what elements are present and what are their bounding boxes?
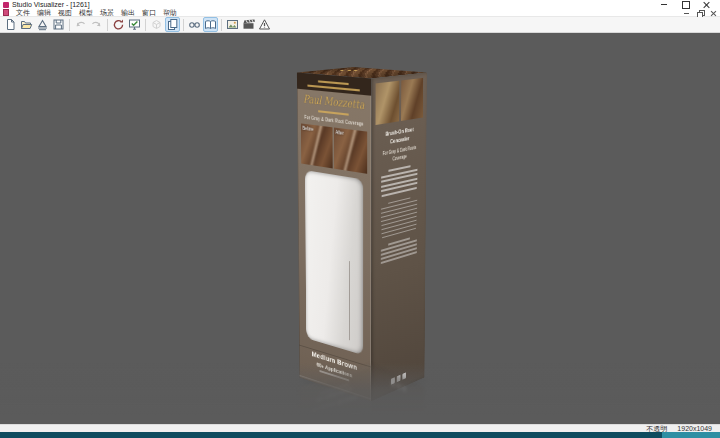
menu-item-scene[interactable]: 场景 [100,9,114,17]
side-photo-1 [376,81,400,125]
before-photo: Before [301,123,333,168]
redo-icon [90,18,103,31]
maximize-icon[interactable] [682,1,689,8]
before-label: Before [302,124,313,131]
side-photo-2 [401,78,423,121]
child-restore-icon[interactable] [697,10,703,16]
new-document-icon [4,18,17,31]
menu-item-edit[interactable]: 编辑 [37,9,51,17]
open-button[interactable] [19,17,34,32]
update-scene-button[interactable] [111,17,126,32]
preview-book-button[interactable] [203,17,218,32]
app-icon [3,2,9,8]
toolbar-separator [183,19,184,31]
menu-item-output[interactable]: 输出 [121,9,135,17]
side-bullet-lines [371,162,426,199]
toolbar-separator [221,19,222,31]
warning-triangle-icon [258,18,271,31]
snapshot-button[interactable] [225,17,240,32]
status-bar: 不透明 1920x1049 [0,424,720,432]
toolbar [0,17,720,33]
viewport-3d[interactable]: Paul Mozzetta For Gray & Dark Root Cover… [0,33,720,424]
cube-icon [150,18,163,31]
close-icon[interactable] [703,1,710,8]
side-subheading: For Gray & Dark Roots Coverage [382,144,416,164]
undo-icon [74,18,87,31]
redo-button[interactable] [89,17,104,32]
taskbar-strip[interactable] [0,432,720,438]
document-icon [3,9,9,16]
box-scene: Paul Mozzetta For Gray & Dark Root Cover… [314,72,410,384]
refresh-icon [112,18,125,31]
app-window: Studio Visualizer - [1261] 文件 编辑 视图 模型 场… [0,0,720,438]
toolbar-separator [107,19,108,31]
save-button[interactable] [51,17,66,32]
undo-button[interactable] [73,17,88,32]
open-book-icon [204,18,217,31]
toolbar-separator [69,19,70,31]
menu-item-help[interactable]: 帮助 [163,9,177,17]
menu-item-window[interactable]: 窗口 [142,9,156,17]
package-side-panel: Brush-On Root Concealer For Gray & Dark … [371,72,427,401]
print-icon [36,18,49,31]
reflection-fade [0,363,720,424]
new-button[interactable] [3,17,18,32]
pages-icon [166,18,179,31]
stereo-view-button[interactable] [187,17,202,32]
print-button[interactable] [35,17,50,32]
child-close-icon[interactable] [710,10,716,16]
before-after-photos: Before After [297,122,371,173]
after-label: After [336,128,344,135]
minimize-icon[interactable] [661,1,668,8]
screen-check-icon [128,18,141,31]
menu-item-view[interactable]: 视图 [58,9,72,17]
open-folder-icon [20,18,33,31]
menu-bar: 文件 编辑 视图 模型 场景 输出 窗口 帮助 [0,9,720,17]
movie-button[interactable] [241,17,256,32]
quality-warning-button[interactable] [257,17,272,32]
artwork-pages-button[interactable] [165,17,180,32]
package-front-panel: Paul Mozzetta For Gray & Dark Root Cover… [297,72,371,401]
clapperboard-icon [242,18,255,31]
after-photo: After [334,127,367,173]
package-window-cutout [305,170,363,355]
photo-icon [226,18,239,31]
package-box: Paul Mozzetta For Gray & Dark Root Cover… [326,70,400,389]
taskbar-accent-segment[interactable] [662,432,720,438]
wireframe-button[interactable] [149,17,164,32]
save-icon [52,18,65,31]
glasses-icon [188,18,201,31]
menu-item-model[interactable]: 模型 [79,9,93,17]
toolbar-separator [145,19,146,31]
menu-item-file[interactable]: 文件 [16,9,30,17]
side-photos [371,72,427,125]
child-minimize-icon[interactable] [684,10,690,16]
display-check-button[interactable] [127,17,142,32]
